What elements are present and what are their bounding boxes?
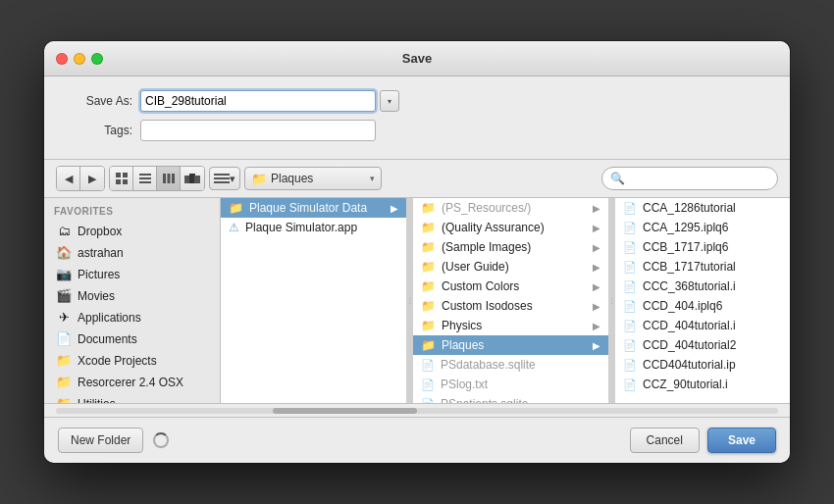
col-file-icon: 📄 bbox=[623, 261, 637, 274]
col-item-label: PSlog.txt bbox=[441, 378, 488, 391]
col-folder-icon: 📁 bbox=[421, 279, 436, 293]
col3-item-4[interactable]: 📄 CCC_368tutorial.i bbox=[615, 277, 790, 296]
location-popup[interactable]: 📁 Plaques ▾ bbox=[244, 167, 382, 190]
minimize-button[interactable] bbox=[74, 53, 85, 65]
col2-item-2[interactable]: 📁 (Sample Images) ▶ bbox=[413, 237, 608, 257]
col-arrow-icon: ▶ bbox=[593, 301, 600, 312]
sidebar-item-utilities[interactable]: 📁 Utilities bbox=[46, 393, 218, 403]
sidebar-item-pictures[interactable]: 📷 Pictures bbox=[46, 264, 218, 284]
col3-item-8[interactable]: 📄 CCD404tutorial.ip bbox=[615, 355, 790, 375]
sidebar-item-label: Movies bbox=[78, 289, 115, 303]
col3-item-1[interactable]: 📄 CCA_1295.iplq6 bbox=[615, 218, 790, 237]
sidebar-item-label: Applications bbox=[78, 311, 141, 325]
col-arrow-icon: ▶ bbox=[593, 203, 600, 214]
col-item-label: CCD404tutorial.ip bbox=[643, 358, 736, 372]
col3-item-3[interactable]: 📄 CCB_1717tutorial bbox=[615, 257, 790, 277]
sidebar-item-documents[interactable]: 📄 Documents bbox=[46, 328, 218, 349]
col-arrow-icon: ▶ bbox=[391, 203, 398, 214]
col1-item-1[interactable]: ⚠ Plaque Simulator.app bbox=[221, 218, 406, 237]
file-browser: FAVORITES 🗂 Dropbox 🏠 astrahan 📷 Picture… bbox=[44, 198, 790, 404]
col2-item-6[interactable]: 📁 Physics ▶ bbox=[413, 316, 608, 335]
col-item-label: Plaques bbox=[442, 338, 484, 352]
svg-rect-14 bbox=[214, 177, 230, 179]
search-input[interactable] bbox=[629, 172, 769, 185]
folder-icon-3: 📁 bbox=[56, 396, 72, 403]
save-as-input[interactable] bbox=[140, 90, 376, 112]
col2-item-0[interactable]: 📁 (PS_Resources/) ▶ bbox=[413, 198, 608, 218]
col2-item-4[interactable]: 📁 Custom Colors ▶ bbox=[413, 277, 608, 296]
tags-input[interactable] bbox=[140, 120, 376, 141]
col-item-label: Physics bbox=[442, 319, 482, 332]
scroll-thumb bbox=[273, 408, 417, 414]
col1-item-0[interactable]: 📁 Plaque Simulator Data ▶ bbox=[221, 198, 406, 218]
folder-icon: 📁 bbox=[56, 353, 72, 368]
sidebar-item-dropbox[interactable]: 🗂 Dropbox bbox=[46, 221, 218, 241]
col2-item-8[interactable]: 📄 PSdatabase.sqlite bbox=[413, 355, 608, 375]
svg-rect-2 bbox=[116, 179, 121, 184]
col3-item-7[interactable]: 📄 CCD_404tutorial2 bbox=[615, 335, 790, 355]
coverflow-view-button[interactable] bbox=[181, 167, 204, 190]
dialog-title: Save bbox=[402, 51, 432, 66]
close-button[interactable] bbox=[56, 53, 68, 65]
column-panel-1: 📁 Plaque Simulator Data ▶ ⚠ Plaque Simul… bbox=[221, 198, 407, 403]
favorites-label: FAVORITES bbox=[44, 198, 220, 220]
col2-item-7[interactable]: 📁 Plaques ▶ bbox=[413, 335, 608, 355]
col-file-icon: 📄 bbox=[623, 202, 637, 215]
sidebar-item-astrahan[interactable]: 🏠 astrahan bbox=[46, 242, 218, 263]
back-button[interactable]: ◀ bbox=[57, 167, 80, 190]
col3-item-0[interactable]: 📄 CCA_1286tutorial bbox=[615, 198, 790, 218]
camera-icon: 📷 bbox=[56, 267, 72, 281]
location-arrow-icon: ▾ bbox=[370, 174, 375, 183]
sidebar-item-movies[interactable]: 🎬 Movies bbox=[46, 285, 218, 306]
col-item-label: CCB_1717.iplq6 bbox=[643, 240, 728, 254]
cancel-button[interactable]: Cancel bbox=[630, 428, 700, 453]
col3-item-2[interactable]: 📄 CCB_1717.iplq6 bbox=[615, 237, 790, 257]
col-item-label: CCD_404tutorial2 bbox=[643, 338, 736, 352]
movie-icon: 🎬 bbox=[56, 288, 72, 303]
svg-rect-8 bbox=[167, 174, 170, 183]
new-folder-button[interactable]: New Folder bbox=[58, 428, 143, 453]
search-box: 🔍 bbox=[601, 167, 778, 190]
col3-item-9[interactable]: 📄 CCZ_90tutorial.i bbox=[615, 375, 790, 394]
col-file-icon: 📄 bbox=[623, 359, 637, 372]
view-buttons bbox=[109, 166, 205, 191]
scroll-area bbox=[44, 404, 790, 418]
col2-item-5[interactable]: 📁 Custom Isodoses ▶ bbox=[413, 296, 608, 316]
col2-item-1[interactable]: 📁 (Quality Assurance) ▶ bbox=[413, 218, 608, 237]
col-item-label: CCZ_90tutorial.i bbox=[643, 378, 728, 391]
save-as-label: Save As: bbox=[64, 94, 132, 108]
sidebar-item-resorcerer[interactable]: 📁 Resorcerer 2.4 OSX bbox=[46, 372, 218, 392]
col2-item-10[interactable]: 📄 PSpatients.sqlite bbox=[413, 394, 608, 403]
col-folder-icon: 📁 bbox=[229, 201, 243, 215]
col-folder-icon: 📁 bbox=[421, 240, 436, 254]
sidebar-item-xcode[interactable]: 📁 Xcode Projects bbox=[46, 350, 218, 371]
sidebar-item-label: Documents bbox=[78, 332, 137, 346]
col-item-label: CCD_404tutorial.i bbox=[643, 319, 736, 332]
col3-item-5[interactable]: 📄 CCD_404.iplq6 bbox=[615, 296, 790, 316]
save-button[interactable]: Save bbox=[707, 428, 776, 453]
maximize-button[interactable] bbox=[91, 53, 103, 65]
col-folder-icon: 📁 bbox=[421, 338, 436, 352]
scroll-track[interactable] bbox=[56, 408, 778, 414]
svg-rect-13 bbox=[214, 174, 230, 176]
list-view-button[interactable] bbox=[133, 167, 157, 190]
col-item-label: (Quality Assurance) bbox=[442, 221, 545, 234]
col-item-label: PSdatabase.sqlite bbox=[441, 358, 536, 372]
sidebar-item-label: astrahan bbox=[78, 246, 124, 260]
columns-area: 📁 Plaque Simulator Data ▶ ⚠ Plaque Simul… bbox=[221, 198, 790, 403]
col-folder-icon: 📁 bbox=[421, 221, 436, 234]
home-icon: 🏠 bbox=[56, 245, 72, 260]
icon-view-button[interactable] bbox=[110, 167, 133, 190]
expand-button[interactable]: ▾ bbox=[380, 90, 399, 112]
col3-item-6[interactable]: 📄 CCD_404tutorial.i bbox=[615, 316, 790, 335]
col-app-icon: ⚠ bbox=[229, 221, 239, 234]
col-item-label: Custom Colors bbox=[442, 279, 519, 293]
forward-button[interactable]: ▶ bbox=[80, 167, 104, 190]
groupby-button[interactable]: ▾ bbox=[209, 167, 240, 190]
nav-buttons: ◀ ▶ bbox=[56, 166, 105, 191]
sidebar-item-label: Pictures bbox=[78, 268, 120, 281]
column-view-button[interactable] bbox=[157, 167, 181, 190]
col2-item-9[interactable]: 📄 PSlog.txt bbox=[413, 375, 608, 394]
col2-item-3[interactable]: 📁 (User Guide) ▶ bbox=[413, 257, 608, 277]
sidebar-item-applications[interactable]: ✈ Applications bbox=[46, 307, 218, 328]
